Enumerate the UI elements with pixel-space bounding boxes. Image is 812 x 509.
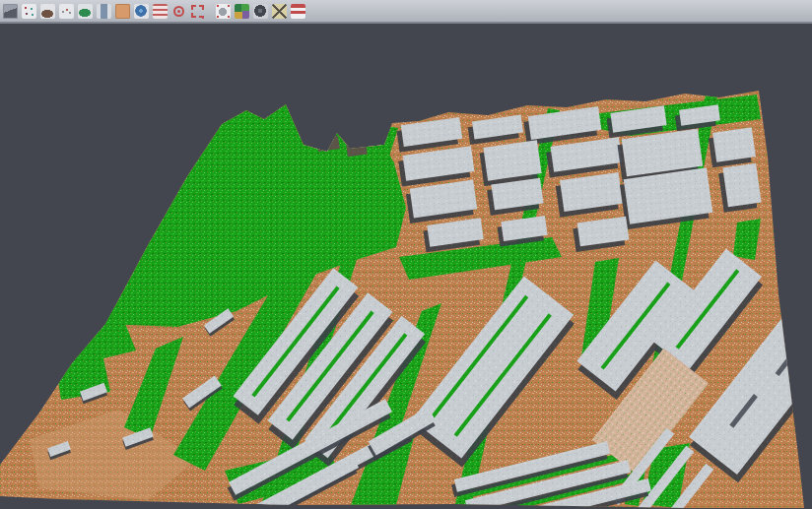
globe-icon[interactable] [134, 4, 149, 19]
flag-icon[interactable] [291, 4, 305, 19]
camera-icon[interactable] [253, 4, 268, 19]
ortho-image-icon[interactable] [115, 4, 130, 19]
zoom-extents-icon[interactable] [190, 4, 205, 19]
attribute-table-icon[interactable] [153, 4, 168, 19]
profile-points-icon[interactable] [59, 4, 74, 19]
clip-region-icon[interactable] [216, 4, 231, 19]
target-icon[interactable] [171, 4, 186, 19]
colored-points-icon[interactable] [22, 4, 36, 19]
view-3d-icon[interactable] [3, 4, 18, 19]
classification-icon[interactable] [235, 4, 249, 19]
application-window [0, 0, 812, 509]
toolbar-icons [0, 0, 812, 19]
slice-icon[interactable] [97, 4, 111, 19]
terrain-icon[interactable] [40, 4, 55, 19]
toolbar [0, 0, 812, 24]
viewport-3d[interactable] [0, 26, 812, 509]
point-cloud-scene [0, 26, 812, 509]
measure-icon[interactable] [272, 4, 287, 19]
terrain-model-icon[interactable] [78, 4, 93, 19]
